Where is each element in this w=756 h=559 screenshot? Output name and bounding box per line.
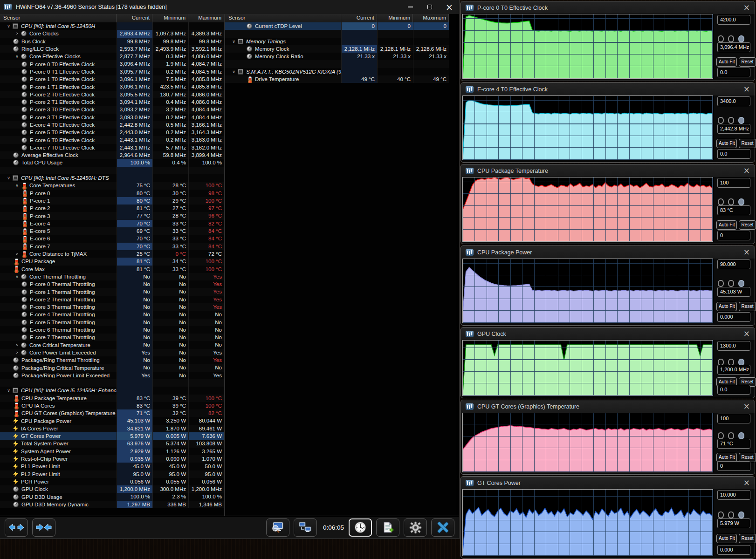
collapse-columns-button[interactable]: [32, 518, 55, 537]
sensor-group-row[interactable]: ∨S.M.A.R.T.: KBG50ZNV512G KIOXIA (92B...: [225, 68, 449, 75]
graph-panel-titlebar[interactable]: E-core 4 T0 Effective Clock×: [461, 83, 755, 95]
collapse-chevron-icon[interactable]: ∨: [13, 183, 21, 188]
graph-panel-titlebar[interactable]: CPU GT Cores (Graphics) Temperature×: [461, 400, 755, 413]
report-button[interactable]: [376, 518, 399, 537]
sensor-row[interactable]: E-core 7 Thermal ThrottlingNoNoNo: [0, 334, 224, 341]
sensor-row[interactable]: GPU D3D Memory Dynamic1,297 MB336 MB1,34…: [0, 501, 224, 508]
graph-close-icon[interactable]: ×: [743, 479, 750, 487]
reset-button[interactable]: Reset: [739, 453, 756, 462]
graph-close-icon[interactable]: ×: [743, 167, 750, 175]
pen-option-icon[interactable]: [738, 198, 744, 205]
sensor-row[interactable]: Package/Ring Thermal ThrottlingNoNoYes: [0, 356, 224, 364]
sensor-row[interactable]: >Core Power Limit ExceededYesNoYes: [0, 349, 224, 356]
expand-chevron-icon[interactable]: >: [13, 31, 21, 36]
expand-chevron-icon[interactable]: >: [13, 350, 21, 355]
sensor-row[interactable]: E-core 6 T0 Effective Clock2,443.1 MHz0.…: [0, 136, 224, 143]
column-header-current[interactable]: Current: [341, 14, 377, 22]
column-header-sensor[interactable]: Sensor: [0, 14, 117, 22]
graph-close-icon[interactable]: ×: [743, 330, 750, 338]
collapse-chevron-icon[interactable]: ∨: [13, 274, 21, 279]
sensor-row[interactable]: E-core 6 Thermal ThrottlingNoNoNo: [0, 326, 224, 334]
collapse-chevron-icon[interactable]: ∨: [5, 388, 13, 393]
sensor-row[interactable]: P-core 281 °C27 °C97 °C: [0, 205, 224, 212]
sensor-row[interactable]: E-core 5 Thermal ThrottlingNoNoNo: [0, 319, 224, 326]
sensor-row[interactable]: E-core 7 T0 Effective Clock2,443.1 MHz5.…: [0, 144, 224, 151]
column-header-minimum[interactable]: Minimum: [152, 14, 188, 22]
sensor-group-row[interactable]: ∨Memory Timings: [225, 38, 449, 45]
minimize-button[interactable]: [400, 0, 420, 14]
column-header-sensor[interactable]: Sensor: [225, 14, 341, 22]
sensor-row[interactable]: Ring/LLC Clock2,593.7 MHz2,493.9 MHz3,59…: [0, 45, 224, 53]
sensor-row[interactable]: P-core 0 Thermal ThrottlingNoNoYes: [0, 280, 224, 288]
auto-fit-button[interactable]: Auto Fit: [716, 57, 737, 67]
pen-option-icon[interactable]: [718, 117, 724, 124]
column-header-minimum[interactable]: Minimum: [377, 14, 413, 22]
sensor-row[interactable]: E-core 470 °C33 °C82 °C: [0, 220, 224, 227]
sensor-row[interactable]: ∨Core Temperatures75 °C28 °C100 °C: [0, 182, 224, 189]
remote-monitoring-button[interactable]: [294, 518, 317, 537]
sensor-row[interactable]: CPU GT Cores (Graphics) Temperature71 °C…: [0, 409, 224, 417]
sensor-row[interactable]: E-core 770 °C33 °C84 °C: [0, 243, 224, 250]
sensor-row[interactable]: E-core 4 T0 Effective Clock2,442.8 MHz0.…: [0, 121, 224, 129]
graph-panel-titlebar[interactable]: P-core 0 T0 Effective Clock×: [461, 1, 755, 14]
pen-option-icon[interactable]: [718, 280, 724, 287]
sensor-row[interactable]: CPU IA Cores83 °C39 °C100 °C: [0, 402, 224, 409]
expand-columns-button[interactable]: [5, 518, 28, 537]
sensor-row[interactable]: P-core 1 Thermal ThrottlingNoNoYes: [0, 288, 224, 295]
sensor-group-row[interactable]: ∨CPU [#0]: Intel Core i5-12450H: [0, 22, 224, 30]
sensor-row[interactable]: P-core 1 T1 Effective Clock3,096.1 MHz42…: [0, 83, 224, 90]
system-summary-button[interactable]: [266, 518, 289, 537]
sensor-row[interactable]: Total System Power63.976 W5.374 W103.808…: [0, 440, 224, 447]
sensor-row[interactable]: ∨Core Thermal ThrottlingNoNoYes: [0, 273, 224, 280]
sensor-row[interactable]: GT Cores Power5.979 W0.005 W7.636 W: [0, 432, 224, 440]
reset-button[interactable]: Reset: [739, 302, 756, 311]
sensor-row[interactable]: Total CPU Usage100.0 %0.4 %100.0 %: [0, 159, 224, 166]
pen-option-icon[interactable]: [718, 35, 724, 42]
collapse-chevron-icon[interactable]: ∨: [230, 39, 238, 44]
sensor-row[interactable]: P-core 0 T1 Effective Clock3,095.7 MHz0.…: [0, 68, 224, 75]
sensor-row[interactable]: Rest-of-Chip Power0.935 W0.090 W1.070 W: [0, 455, 224, 463]
collapse-chevron-icon[interactable]: ∨: [5, 176, 13, 180]
sensor-row[interactable]: Average Effective Clock2,964.6 MHz59.8 M…: [0, 151, 224, 159]
sensor-group-row[interactable]: ∨CPU [#0]: Intel Core i5-12450H: DTS: [0, 174, 224, 182]
column-header-maximum[interactable]: Maximum: [188, 14, 224, 22]
pen-option-icon[interactable]: [728, 35, 734, 42]
sensor-row[interactable]: Drive Temperature49 °C40 °C49 °C: [225, 75, 449, 83]
auto-fit-button[interactable]: Auto Fit: [716, 220, 737, 230]
pen-option-icon[interactable]: [718, 432, 724, 439]
auto-fit-button[interactable]: Auto Fit: [716, 534, 737, 543]
sensor-row[interactable]: Memory Clock Ratio21.33 x21.33 x21.33 x: [225, 53, 449, 60]
graph-panel-titlebar[interactable]: CPU Package Temperature×: [461, 164, 755, 177]
pen-option-icon[interactable]: [718, 198, 724, 205]
exit-button[interactable]: [431, 518, 454, 537]
reset-button[interactable]: Reset: [739, 534, 756, 543]
sensor-row[interactable]: ∨Core Effective Clocks2,877.7 MHz0.3 MHz…: [0, 53, 224, 60]
auto-fit-button[interactable]: Auto Fit: [716, 453, 737, 462]
sensor-row[interactable]: >Core Distance to TjMAX25 °C0 °C72 °C: [0, 250, 224, 258]
sensor-row[interactable]: E-core 5 T0 Effective Clock2,443.0 MHz0.…: [0, 129, 224, 136]
pen-option-icon[interactable]: [728, 432, 734, 439]
sensor-row[interactable]: >Core Clocks2,693.4 MHz1,097.3 MHz4,389.…: [0, 30, 224, 37]
pen-option-icon[interactable]: [728, 198, 734, 205]
sensor-row[interactable]: P-core 1 T0 Effective Clock3,096.1 MHz7.…: [0, 75, 224, 83]
sensor-row[interactable]: P-core 377 °C28 °C96 °C: [0, 212, 224, 219]
sensor-row[interactable]: Bus Clock99.8 MHz99.8 MHz99.8 MHz: [0, 38, 224, 45]
sensor-row[interactable]: E-core 670 °C33 °C84 °C: [0, 235, 224, 242]
sensor-row[interactable]: GPU D3D Usage100.0 %2.3 %100.0 %: [0, 493, 224, 500]
reset-button[interactable]: Reset: [739, 57, 756, 67]
sensor-row[interactable]: E-core 4 Thermal ThrottlingNoNoNo: [0, 311, 224, 318]
graph-panel-titlebar[interactable]: GT Cores Power×: [461, 477, 755, 489]
graph-close-icon[interactable]: ×: [743, 4, 750, 12]
maximize-button[interactable]: [420, 0, 440, 14]
sensor-row[interactable]: P-core 3 Thermal ThrottlingNoNoYes: [0, 303, 224, 311]
sensor-row[interactable]: Core Max81 °C33 °C100 °C: [0, 266, 224, 273]
sensor-row[interactable]: Package/Ring Power Limit ExceededYesNoYe…: [0, 372, 224, 379]
pen-option-icon[interactable]: [718, 511, 724, 518]
graph-close-icon[interactable]: ×: [743, 402, 750, 410]
clock-button[interactable]: [349, 518, 372, 537]
sensor-row[interactable]: PL1 Power Limit45.0 W45.0 W50.0 W: [0, 463, 224, 470]
pen-option-icon[interactable]: [728, 117, 734, 124]
sensor-row[interactable]: P-core 2 T0 Effective Clock3,095.5 MHz13…: [0, 91, 224, 98]
sensor-row[interactable]: P-core 2 T1 Effective Clock3,094.1 MHz0.…: [0, 98, 224, 106]
collapse-chevron-icon[interactable]: ∨: [230, 69, 238, 74]
